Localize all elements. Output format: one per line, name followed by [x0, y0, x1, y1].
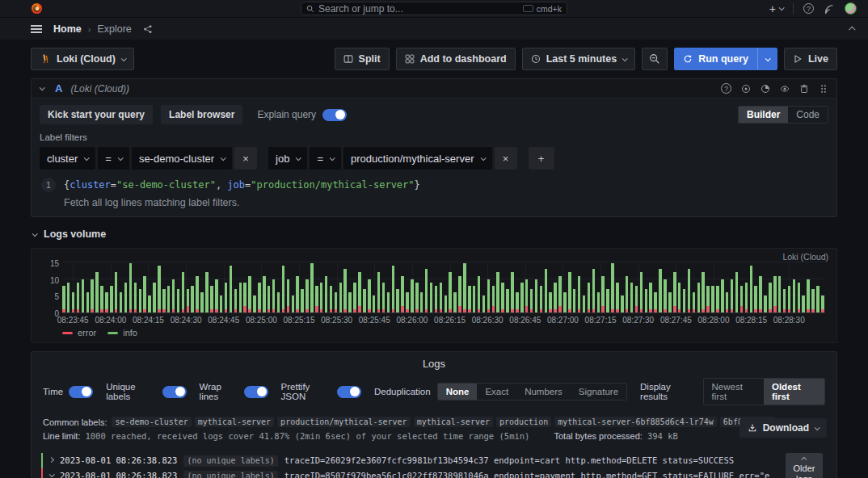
- log-row[interactable]: 2023-08-01 08:26:38.823 (no unique label…: [41, 453, 773, 468]
- order-option-newest[interactable]: Newest first: [704, 379, 764, 405]
- volume-bar: [496, 272, 499, 312]
- log-rows-list: 2023-08-01 08:26:38.823 (no unique label…: [41, 453, 773, 478]
- log-row[interactable]: 2023-08-01 08:26:38.823 (no unique label…: [43, 468, 773, 478]
- volume-bar: [520, 283, 524, 312]
- log-message: traceID=8507f979bea56c1c022ff8738981046a…: [284, 470, 773, 478]
- wrap-lines-toggle[interactable]: [244, 386, 268, 398]
- collapse-toolbar-icon[interactable]: [849, 26, 855, 32]
- x-tick-label: 08:24:00: [95, 316, 126, 325]
- split-button[interactable]: Split: [335, 48, 390, 70]
- hide-response-eye-icon[interactable]: [780, 84, 790, 94]
- download-button[interactable]: Download: [739, 418, 827, 438]
- dedup-option-none[interactable]: None: [438, 384, 478, 400]
- volume-bar: [635, 286, 638, 312]
- logs-volume-plot[interactable]: [62, 263, 825, 313]
- news-icon[interactable]: [824, 3, 835, 15]
- volume-bar: [630, 283, 634, 312]
- unique-labels-chip: (no unique labels): [183, 455, 277, 467]
- live-button[interactable]: Live: [784, 48, 837, 70]
- filter-value-select[interactable]: se-demo-cluster: [132, 147, 232, 170]
- breadcrumb-home[interactable]: Home: [53, 23, 82, 35]
- add-filter-button[interactable]: +: [529, 147, 554, 170]
- help-icon[interactable]: ?: [803, 3, 814, 14]
- volume-bar: [139, 289, 142, 312]
- time-toggle[interactable]: [69, 386, 93, 398]
- display-order-options: Newest first Oldest first: [703, 378, 825, 405]
- remove-query-trash-icon[interactable]: [799, 84, 809, 94]
- collapse-row-icon[interactable]: [49, 472, 55, 477]
- volume-bar: [258, 283, 261, 312]
- volume-bar: [210, 286, 213, 312]
- logs-panel-title: Logs: [41, 352, 827, 375]
- filter-operator-select[interactable]: =: [310, 147, 341, 170]
- volume-bar: [649, 283, 652, 312]
- volume-bar: [740, 286, 744, 312]
- menu-icon[interactable]: [31, 25, 42, 33]
- apps-icon: [405, 54, 415, 64]
- volume-bar: [726, 292, 729, 312]
- duplicate-query-icon[interactable]: [741, 84, 751, 94]
- datasource-picker[interactable]: Loki (Cloud): [31, 48, 134, 70]
- filter-operator-select[interactable]: =: [98, 147, 129, 170]
- remove-filter-button[interactable]: ×: [495, 147, 517, 170]
- total-bytes-value: 394 kB: [647, 431, 678, 441]
- volume-bar: [200, 292, 204, 312]
- code-mode-option[interactable]: Code: [788, 107, 828, 123]
- volume-bar: [420, 292, 423, 312]
- volume-bar: [430, 283, 433, 312]
- zoom-out-button[interactable]: [642, 48, 668, 70]
- user-avatar[interactable]: [845, 2, 857, 15]
- y-axis: 051015: [43, 263, 62, 313]
- query-history-icon[interactable]: [761, 84, 770, 94]
- volume-bar: [425, 269, 428, 312]
- log-timestamp: 2023-08-01 08:26:38.823: [60, 455, 177, 467]
- collapse-query-icon[interactable]: [40, 85, 45, 90]
- expanded-log-row-wrapper: 2023-08-01 08:26:38.823 (no unique label…: [41, 468, 773, 478]
- filter-label-select[interactable]: cluster: [40, 147, 95, 170]
- expand-row-icon[interactable]: [48, 457, 54, 463]
- older-logs-button[interactable]: Older logs: [786, 453, 823, 478]
- query-help-icon[interactable]: ?: [721, 83, 731, 94]
- explain-query-toggle[interactable]: [322, 109, 347, 121]
- remove-filter-button[interactable]: ×: [234, 147, 257, 170]
- common-labels-list: se-demo-clustermythical-serverproduction…: [112, 417, 775, 427]
- drag-handle-icon[interactable]: [819, 84, 828, 94]
- collapse-volume-icon[interactable]: [32, 231, 38, 237]
- order-option-oldest[interactable]: Oldest first: [764, 379, 824, 405]
- volume-bar: [645, 289, 648, 312]
- grafana-logo-icon[interactable]: [31, 2, 43, 15]
- dedup-option-signature[interactable]: Signature: [571, 384, 626, 400]
- add-to-dashboard-button[interactable]: Add to dashboard: [396, 48, 516, 70]
- line-limit-label: Line limit:: [43, 431, 80, 441]
- kick-start-query-button[interactable]: Kick start your query: [40, 105, 153, 124]
- legend-item-info[interactable]: info: [107, 328, 137, 338]
- dedup-option-numbers[interactable]: Numbers: [516, 384, 571, 400]
- filter-label-select[interactable]: job: [268, 147, 307, 170]
- legend-item-error[interactable]: error: [62, 328, 96, 338]
- share-icon[interactable]: [143, 24, 153, 34]
- run-query-dropdown[interactable]: [757, 48, 777, 69]
- new-menu-button[interactable]: +: [769, 2, 783, 15]
- time-range-picker[interactable]: Last 5 minutes: [522, 48, 636, 70]
- logs-volume-panel: Loki (Cloud) 051015 08:23:4508:24:0008:2…: [31, 248, 837, 343]
- chevron-down-icon: [765, 56, 771, 61]
- volume-bar: [411, 279, 414, 312]
- dedup-option-exact[interactable]: Exact: [477, 384, 516, 400]
- volume-bar: [339, 283, 343, 312]
- search-input[interactable]: Search or jump to... cmd+k: [301, 2, 567, 15]
- query-row-header[interactable]: A (Loki (Cloud)) ?: [32, 79, 836, 99]
- volume-bar: [230, 266, 233, 312]
- run-query-button[interactable]: Run query: [674, 48, 777, 70]
- label-browser-button[interactable]: Label browser: [161, 105, 242, 124]
- volume-bar: [468, 286, 471, 312]
- volume-bar: [606, 289, 609, 312]
- prettify-json-toggle[interactable]: [337, 386, 361, 398]
- unique-labels-toggle[interactable]: [162, 386, 187, 398]
- volume-bar: [487, 279, 491, 312]
- chevron-down-icon: [779, 5, 785, 10]
- builder-mode-option[interactable]: Builder: [739, 107, 788, 123]
- breadcrumb: Home › Explore: [53, 23, 132, 35]
- filter-value-select[interactable]: production/mythical-server: [343, 147, 491, 170]
- volume-bar: [415, 283, 419, 312]
- volume-bar: [492, 286, 495, 312]
